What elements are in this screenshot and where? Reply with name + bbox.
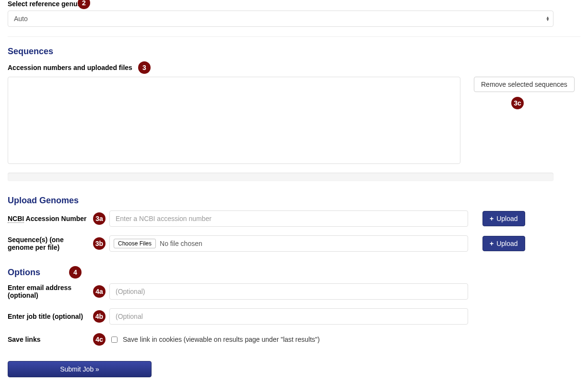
remove-selected-button[interactable]: Remove selected sequences [474, 77, 575, 92]
step-badge-4c: 4c [93, 333, 106, 346]
email-label: Enter email address (optional) [8, 284, 90, 299]
save-links-label: Save links [8, 336, 90, 343]
step-badge-4: 4 [69, 266, 82, 279]
step-badge-2: 2 [78, 0, 90, 9]
ncbi-accession-input[interactable] [109, 210, 468, 227]
reference-genus-label: Select reference genus: [8, 0, 83, 8]
sequences-listbox[interactable] [8, 77, 460, 164]
job-title-input[interactable] [109, 308, 468, 325]
email-input[interactable] [109, 283, 468, 300]
reference-genus-select[interactable]: Auto [8, 11, 553, 27]
save-links-text: Save link in cookies (viewable on result… [123, 336, 320, 343]
plus-icon: + [490, 215, 494, 222]
options-heading: Options [8, 268, 40, 278]
divider [8, 36, 580, 37]
sequence-file-input-wrap[interactable]: Choose Files No file chosen [109, 235, 468, 252]
sequences-sublabel: Accession numbers and uploaded files [8, 64, 132, 71]
upload-heading: Upload Genomes [8, 196, 580, 206]
step-badge-3a: 3a [93, 212, 106, 225]
submit-job-button[interactable]: Submit Job » [8, 361, 152, 377]
save-links-checkbox[interactable] [111, 337, 118, 343]
job-title-label: Enter job title (optional) [8, 313, 90, 320]
step-badge-4b: 4b [93, 310, 106, 323]
ncbi-upload-button[interactable]: +Upload [482, 211, 525, 226]
choose-files-button[interactable]: Choose Files [114, 239, 156, 248]
sequences-heading: Sequences [8, 47, 580, 57]
file-upload-button[interactable]: +Upload [482, 236, 525, 251]
step-badge-4a: 4a [93, 285, 106, 298]
progress-bar [8, 173, 553, 181]
ncbi-accession-label: NCBI Accession Number [8, 215, 90, 222]
sequence-files-label: Sequence(s) (one genome per file) [8, 236, 90, 251]
plus-icon: + [490, 240, 494, 247]
step-badge-3: 3 [138, 61, 151, 74]
step-badge-3c: 3c [511, 97, 524, 109]
file-chosen-text: No file chosen [160, 240, 202, 247]
step-badge-3b: 3b [93, 237, 106, 250]
